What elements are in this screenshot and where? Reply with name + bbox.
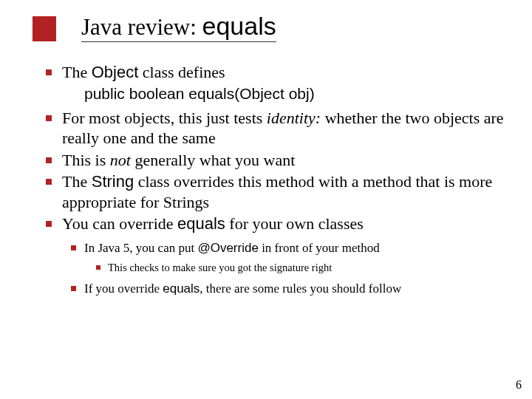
text: , there are some rules you should follow (200, 282, 401, 296)
italic-text: identity: (267, 109, 321, 127)
code-text: String (92, 172, 134, 191)
bullet-list: The Object class defines public boolean … (46, 62, 507, 297)
bullet-item: This is not generally what you want (46, 150, 507, 171)
text: This checks to make sure you got the sig… (108, 262, 332, 273)
code-text: equals (163, 282, 200, 296)
code-text: Object (92, 63, 139, 81)
sub-bullet-list: In Java 5, you can put @Override in fron… (71, 240, 507, 297)
bullet-item: For most objects, this just tests identi… (46, 108, 507, 149)
text: For most objects, this just tests (62, 109, 267, 127)
text: The (62, 63, 92, 81)
sub-sub-bullet-list: This checks to make sure you got the sig… (96, 261, 507, 275)
slide: Java review: equals The Object class def… (0, 0, 532, 399)
bullet-item: The Object class defines public boolean … (46, 62, 507, 103)
text: in front of your method (259, 241, 380, 255)
method-signature: public boolean equals(Object obj) (84, 84, 507, 103)
sub-bullet-item: If you override equals, there are some r… (71, 281, 507, 297)
text: In Java 5, you can put (84, 241, 197, 255)
italic-text: not (110, 151, 131, 169)
title-prefix: Java review: (81, 14, 202, 40)
bullet-item: The String class overrides this method w… (46, 171, 507, 212)
title-code: equals (202, 12, 276, 40)
sub-sub-bullet-item: This checks to make sure you got the sig… (96, 261, 507, 275)
code-text: @Override (197, 241, 258, 255)
text: class defines (138, 63, 225, 81)
slide-content: The Object class defines public boolean … (46, 62, 507, 303)
text: You can override (62, 214, 177, 233)
accent-bar (33, 16, 56, 41)
slide-title: Java review: equals (81, 13, 276, 42)
page-number: 6 (516, 378, 522, 392)
text: This is (62, 151, 110, 169)
code-text: equals (177, 214, 225, 233)
bullet-item: You can override equals for your own cla… (46, 214, 507, 297)
text: If you override (84, 282, 163, 296)
text: generally what you want (131, 151, 295, 169)
text: The (62, 172, 92, 191)
sub-bullet-item: In Java 5, you can put @Override in fron… (71, 240, 507, 275)
text: for your own classes (225, 214, 364, 233)
